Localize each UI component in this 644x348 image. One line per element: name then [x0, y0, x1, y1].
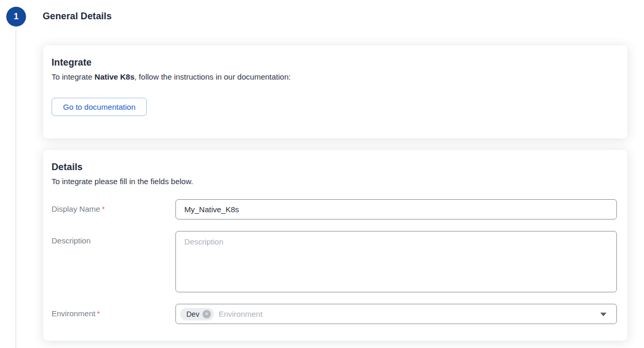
environment-placeholder: Environment — [219, 310, 262, 318]
environment-tag-label: Dev — [186, 310, 199, 318]
display-name-label: Display Name* — [52, 199, 175, 214]
description-label: Description — [52, 231, 175, 246]
page-title: General Details — [43, 11, 112, 22]
required-marker: * — [97, 309, 100, 318]
details-card: Details To integrate please fill in the … — [43, 150, 627, 341]
chevron-down-icon[interactable] — [600, 313, 607, 316]
display-name-input[interactable] — [175, 199, 617, 220]
description-suffix: , follow the instructions in our documen… — [134, 72, 291, 81]
details-card-subtitle: To integrate please fill in the fields b… — [52, 176, 617, 187]
integrate-card-title: Integrate — [52, 57, 617, 69]
environment-select[interactable]: Dev ✕ Environment — [175, 304, 617, 324]
description-textarea[interactable] — [175, 231, 617, 292]
chip-remove-icon[interactable]: ✕ — [203, 310, 211, 318]
description-prefix: To integrate — [52, 72, 95, 81]
required-marker: * — [102, 204, 105, 213]
step-indicator: 1 — [6, 7, 26, 27]
step-number: 1 — [14, 11, 18, 22]
display-name-row: Display Name* — [52, 199, 617, 220]
details-card-title: Details — [52, 161, 617, 173]
environment-row: Environment* Dev ✕ Environment — [52, 304, 617, 324]
environment-tag-chip: Dev ✕ — [180, 308, 214, 320]
environment-label: Environment* — [52, 304, 175, 319]
step-connector-line — [16, 30, 16, 348]
go-to-documentation-button[interactable]: Go to documentation — [52, 98, 147, 116]
description-row: Description — [52, 231, 617, 292]
integration-name: Native K8s — [95, 72, 135, 81]
integrate-card-description: To integrate Native K8s, follow the inst… — [52, 72, 617, 82]
integrate-card: Integrate To integrate Native K8s, follo… — [43, 45, 627, 138]
